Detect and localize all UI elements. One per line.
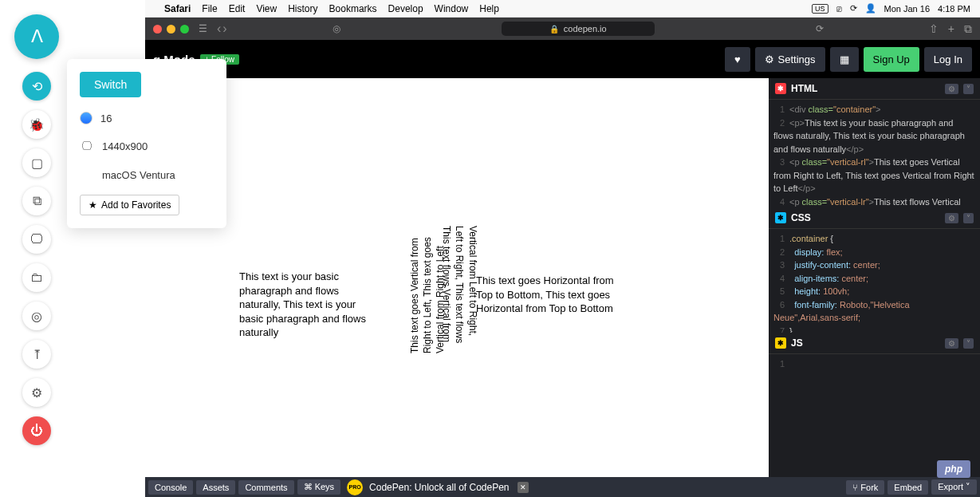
pro-badge[interactable]: PRO (347, 479, 363, 495)
view-button[interactable]: ▦ (830, 47, 859, 72)
apple-icon (80, 168, 94, 182)
user-icon[interactable]: 👤 (865, 3, 876, 14)
copy-fab[interactable]: ⧉ (22, 187, 51, 215)
preview-pane: This text is your basic pharagraph and f… (145, 78, 769, 477)
country-icon[interactable]: US (812, 4, 828, 14)
camera-icon: ▢ (31, 156, 43, 171)
console-button[interactable]: Console (148, 480, 193, 495)
menu-view[interactable]: View (256, 3, 277, 14)
settings-fab[interactable]: ⚙ (22, 378, 51, 407)
login-button[interactable]: Log In (924, 47, 972, 72)
star-icon: ★ (89, 199, 97, 211)
css-editor-header[interactable]: ✱ CSS ⚙ ˅ (769, 207, 980, 229)
gear-icon: ⚙ (765, 53, 774, 65)
safari-titlebar: ☰ ‹ › ◎ 🔒 codepen.io ⟳ ⇧ + ⧉ (145, 18, 980, 40)
loading-icon: ⟳ (850, 3, 857, 14)
menu-bookmarks[interactable]: Bookmarks (329, 3, 377, 14)
maximize-window-icon[interactable] (180, 25, 189, 34)
traffic-lights (153, 25, 189, 34)
fork-button[interactable]: ⑂Fork (846, 480, 884, 495)
sync-icon: ⟲ (32, 79, 42, 94)
code-editors: ✱ HTML ⚙ ˅ 1<div class="container"> 2<p>… (769, 78, 980, 477)
chevron-down-icon[interactable]: ˅ (963, 338, 974, 349)
display-icon: 🖵 (80, 139, 94, 153)
close-promo-icon[interactable]: ✕ (518, 482, 529, 493)
gear-icon: ⚙ (31, 385, 42, 400)
menu-history[interactable]: History (288, 3, 317, 14)
add-favorites-button[interactable]: ★ Add to Favorites (80, 195, 179, 215)
codepen-header: g Mode + Follow ♥ ⚙Settings ▦ Sign Up Lo… (145, 40, 980, 78)
promo-text: CodePen: Unlock all of CodePen (369, 482, 509, 493)
switch-panel: Switch 16 🖵 1440x900 macOS Ventura ★ Add… (67, 59, 226, 228)
main-fab-button[interactable]: ᐱ (14, 14, 59, 59)
settings-button[interactable]: ⚙Settings (755, 47, 825, 72)
php-badge: php (937, 460, 970, 478)
resolution-row[interactable]: 🖵 1440x900 (80, 139, 214, 153)
shield-icon[interactable]: ◎ (329, 23, 344, 34)
switch-fab[interactable]: ⟲ (22, 72, 51, 101)
menubar-date[interactable]: Mon Jan 16 (884, 4, 930, 14)
os-row[interactable]: macOS Ventura (80, 168, 214, 182)
gear-icon[interactable]: ⚙ (945, 213, 958, 223)
love-button[interactable]: ♥ (725, 47, 750, 72)
chevron-down-icon[interactable]: ˅ (963, 84, 974, 94)
safari-window: ☰ ‹ › ◎ 🔒 codepen.io ⟳ ⇧ + ⧉ g Mode + Fo… (145, 18, 980, 477)
assets-button[interactable]: Assets (196, 480, 235, 495)
upload-fab[interactable]: ⤒ (22, 340, 51, 369)
menu-help[interactable]: Help (479, 3, 499, 14)
power-fab[interactable]: ⏻ (22, 416, 51, 445)
gear-icon[interactable]: ⚙ (945, 84, 958, 94)
js-icon: ✱ (775, 337, 786, 349)
sidebar-toggle-icon[interactable]: ☰ (195, 23, 211, 34)
menu-file[interactable]: File (202, 3, 217, 14)
js-editor[interactable]: 1 (769, 354, 980, 370)
css-editor[interactable]: 1.container { 2 display: flex; 3 justify… (769, 229, 980, 333)
macos-menubar: Safari File Edit View History Bookmarks … (145, 0, 980, 18)
menubar-app[interactable]: Safari (164, 3, 191, 14)
embed-button[interactable]: Embed (888, 480, 928, 495)
folder-fab[interactable]: 🗀 (22, 263, 51, 292)
bug-icon: 🐞 (29, 117, 45, 132)
location-icon: ◎ (31, 309, 42, 324)
chevron-down-icon[interactable]: ˅ (963, 213, 974, 223)
menubar-time[interactable]: 4:18 PM (938, 4, 970, 14)
url-text: codepen.io (564, 24, 607, 34)
signup-button[interactable]: Sign Up (864, 47, 919, 72)
browser-row[interactable]: 16 (80, 112, 214, 124)
back-icon[interactable]: ‹ (217, 22, 221, 36)
screen-icon: 🖵 (30, 232, 43, 247)
tabs-icon[interactable]: ⧉ (964, 22, 972, 36)
address-bar[interactable]: 🔒 codepen.io (502, 22, 655, 36)
minimize-window-icon[interactable] (167, 25, 175, 34)
comments-button[interactable]: Comments (238, 480, 293, 495)
bug-fab[interactable]: 🐞 (22, 110, 51, 139)
share-icon[interactable]: ⇧ (929, 22, 939, 36)
location-fab[interactable]: ◎ (22, 302, 51, 330)
power-icon: ⏻ (30, 424, 43, 438)
css-icon: ✱ (775, 212, 786, 223)
html-editor[interactable]: 1<div class="container"> 2<p>This text i… (769, 100, 980, 207)
js-editor-header[interactable]: ✱ JS ⚙ ˅ (769, 333, 980, 354)
menu-edit[interactable]: Edit (229, 3, 246, 14)
close-window-icon[interactable] (153, 25, 162, 34)
forward-icon[interactable]: › (222, 22, 226, 36)
export-button[interactable]: Export ˅ (931, 479, 977, 495)
switch-button[interactable]: Switch (80, 72, 141, 97)
preview-paragraph-1: This text is your basic pharagraph and f… (239, 270, 383, 340)
tool-sidebar: ᐱ ⟲ 🐞 ▢ ⧉ 🖵 🗀 ◎ ⤒ ⚙ ⏻ Switch 16 🖵 1440x9… (0, 0, 145, 497)
preview-paragraph-horizontal: This text goes Horizontal from Top to Bo… (476, 274, 616, 316)
keys-button[interactable]: ⌘ Keys (297, 479, 341, 495)
safari-icon (80, 112, 92, 124)
screen-fab[interactable]: 🖵 (22, 225, 51, 254)
menu-develop[interactable]: Develop (388, 3, 423, 14)
html-editor-header[interactable]: ✱ HTML ⚙ ˅ (769, 78, 980, 100)
codepen-footer: Console Assets Comments ⌘ Keys PRO CodeP… (145, 477, 980, 497)
menu-window[interactable]: Window (435, 3, 469, 14)
heart-icon: ♥ (734, 53, 741, 65)
reload-icon[interactable]: ⟳ (813, 23, 827, 34)
camera-fab[interactable]: ▢ (22, 148, 51, 177)
control-center-icon[interactable]: ⎚ (836, 4, 842, 14)
gear-icon[interactable]: ⚙ (945, 338, 958, 349)
lock-icon: 🔒 (549, 25, 559, 34)
new-tab-icon[interactable]: + (948, 22, 954, 36)
